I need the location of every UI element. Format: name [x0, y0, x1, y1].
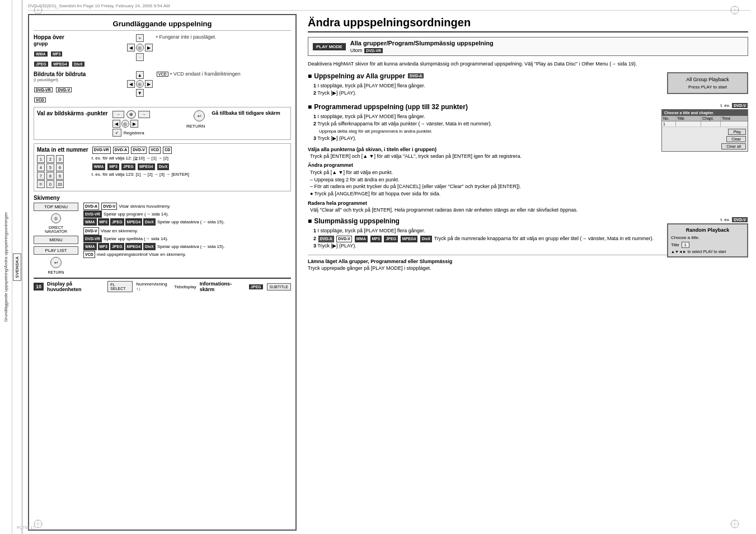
num7[interactable]: 7 — [37, 172, 45, 180]
badge-vcd-m: VCD — [149, 147, 161, 154]
hoppa-over-badges: WMA MP3 JPEG MPEG4 DivX — [34, 48, 124, 68]
return-btn[interactable]: ↩ — [194, 110, 205, 121]
col-time: Time — [721, 116, 746, 121]
nav-right-arrow[interactable]: ▶ — [130, 120, 138, 128]
info-label: Informations- skärm — [200, 281, 245, 292]
hoppa-over-btn-plus[interactable]: + — [136, 34, 144, 42]
hoppa-over-btn-row: ◀ ◎ ▶ — [127, 44, 153, 51]
two-columns: Grundläggande uppspelning Hoppa över gru… — [28, 14, 750, 531]
badge-dvd-vr-m: DVD-VR — [92, 147, 111, 154]
nav-right2[interactable]: → — [138, 111, 150, 118]
num5[interactable]: 5 — [46, 163, 54, 171]
btn-right[interactable]: ▶ — [145, 44, 153, 51]
num8[interactable]: 8 — [46, 172, 54, 180]
badge-dvd-v-bildruta: DVD-V — [56, 87, 72, 92]
badge-mpeg4-slump: MPEG4 — [401, 236, 418, 243]
nav-circle2[interactable]: ◎ — [121, 120, 129, 128]
num9[interactable]: 9 — [56, 172, 64, 180]
skiv-row6: WMAMP3JPEGMPEG4DivX Spelar upp dataskiva… — [83, 243, 291, 251]
btn-left[interactable]: ◀ — [127, 44, 135, 51]
sidebar-text: Grundläggande uppspelning/Ändra uppspeln… — [3, 212, 9, 322]
fl-select-btn[interactable]: FL SELECT — [107, 281, 133, 292]
bildruta-subtitle: (i pausläget) — [34, 77, 124, 82]
val-av-nav-top: → ⊕ → — [112, 110, 150, 119]
btn-direct-nav[interactable]: D — [51, 213, 61, 223]
val-av-register: ↙ Registrera — [112, 129, 150, 137]
btn-return[interactable]: ↩ — [50, 257, 62, 268]
btn-menu[interactable]: MENU — [34, 236, 78, 244]
mata-in-left: Mata in ett nummer 1 2 3 4 5 6 7 8 9 D — [37, 147, 88, 188]
svenska-bar: SVENSKA — [12, 0, 22, 534]
num1[interactable]: 1 — [37, 155, 45, 163]
badge-vcd-bildruta: VCD — [34, 97, 46, 102]
badge-cd-m: CD — [163, 147, 172, 154]
hoppa-over-btn-dot[interactable]: · — [136, 53, 144, 61]
val-av-section: Val av bildskärms -punkter → ⊕ → ◀ ◎ ▶ — [34, 107, 291, 140]
prog-tex: t. ex. DVD-V — [721, 103, 748, 108]
num4[interactable]: 4 — [37, 163, 45, 171]
bildruta-btn-right[interactable]: ▶ — [145, 80, 153, 88]
num-20[interactable]: 20 — [56, 180, 64, 188]
nav-choose[interactable]: → — [112, 111, 124, 118]
badge-jpeg: JPEG — [34, 62, 48, 67]
bildruta-btn-down[interactable]: ▼ — [136, 89, 144, 97]
val-av-right: ↩ RETURN — [154, 110, 205, 129]
direct-nav-label: DIRECTNAVIGATOR — [45, 226, 67, 233]
slump-tex: t. ex. DVD-V — [721, 217, 748, 222]
btn-play-list[interactable]: PLAY LIST — [34, 246, 78, 255]
btn-top-menu[interactable]: TOP MENU — [34, 203, 78, 211]
badge-mpeg4-m: MPEG4 — [138, 163, 155, 171]
skivmeny-desc: DVD-A DVD-V Visar skivans huvudmeny. DVD… — [83, 203, 291, 274]
btn-center[interactable]: ◎ — [136, 44, 144, 51]
bildruta-buttons: ▲ ◀ ◎ ▶ ▼ — [127, 71, 153, 97]
register-btn[interactable]: ↙ — [112, 129, 121, 137]
aendra-title: Ändra programmet — [308, 162, 748, 168]
random-title-value: 1 — [682, 242, 689, 248]
num-divx[interactable]: D — [37, 180, 45, 188]
num2[interactable]: 2 — [46, 155, 54, 163]
badge-wma: WMA — [34, 51, 48, 57]
btn-clear-all[interactable]: Clear all — [721, 143, 746, 149]
bildruta-btn-center[interactable]: ◎ — [136, 80, 144, 88]
subtitle-btn[interactable]: SUBTITLE — [267, 283, 291, 291]
bildruta-title: Bildruta för bildruta — [34, 71, 124, 77]
badge-dvd-vr-bildruta: DVD-VR — [34, 87, 53, 92]
num6[interactable]: 6 — [56, 163, 64, 171]
btn-clear[interactable]: Clear — [726, 136, 746, 142]
tidsdisplay-label: Tidsdisplay — [174, 284, 196, 289]
btn-play[interactable]: Play — [728, 129, 746, 135]
aendra-item2: – Upprepa steg 2 för att ändra en punkt. — [310, 176, 748, 184]
num3[interactable]: 3 — [56, 155, 64, 163]
choose-table-row1: 1 — [662, 121, 748, 127]
aendra-item3: – För att radera en punkt trycker du på … — [310, 183, 748, 190]
badge-dvd-v-m: DVD-V — [131, 147, 147, 154]
col-no: No. — [662, 116, 676, 121]
nav-left-arrow[interactable]: ◀ — [112, 120, 120, 128]
play-mode-header: PLAY MODE Alla grupper/Program/Slumpmäss… — [308, 37, 748, 56]
val-av-nav: → ⊕ → ◀ ◎ ▶ ↙ Registrera — [112, 110, 150, 137]
programmerad-section: ■ Programmerad uppspelning (upp till 32 … — [308, 103, 748, 143]
badge-dvd-a-m: DVD-A — [113, 147, 129, 154]
badge-mpeg4: MPEG4 — [51, 62, 69, 67]
bildruta-btn-left[interactable]: ◀ — [127, 80, 135, 88]
random-title-row: Title 1 — [671, 242, 744, 248]
aendra-item1: Tryck på [▲ ▼] för att välja en punkt. — [310, 169, 748, 176]
badge-dvd-v-slump-tex: DVD-V — [732, 217, 748, 222]
bildruta-btn-up[interactable]: ▲ — [136, 71, 144, 79]
radera-desc: Välj "Clear all" och tryck på [ENTER]. H… — [310, 207, 748, 213]
random-screen-title: Random Playback — [671, 227, 744, 233]
choose-table-header: No. Title Chapt. Time — [662, 116, 748, 121]
num0[interactable]: 0 — [46, 180, 54, 188]
return-label: RETURN — [186, 124, 205, 129]
skivmeny-title: Skivmeny — [34, 195, 291, 201]
nav-circle[interactable]: ⊕ — [126, 110, 136, 119]
random-choose: Choose a title. — [671, 235, 744, 240]
random-screen: Random Playback Choose a title. Title 1 … — [667, 223, 748, 257]
badge-mp3: MP3 — [51, 51, 62, 57]
badge-mp3-slump: MP3 — [370, 236, 382, 243]
badge-dvd-a-slump: DVD-A — [318, 236, 334, 243]
mata-in-badges-row1: DVD-VR DVD-A DVD-V VCD CD — [92, 147, 288, 154]
hoppa-over-subtitle: grupp — [34, 41, 124, 46]
skiv-row5: DVD-VR Spelar upp spellista (→ sida 14). — [83, 235, 291, 243]
badge-divx-slump: DivX — [420, 236, 433, 243]
